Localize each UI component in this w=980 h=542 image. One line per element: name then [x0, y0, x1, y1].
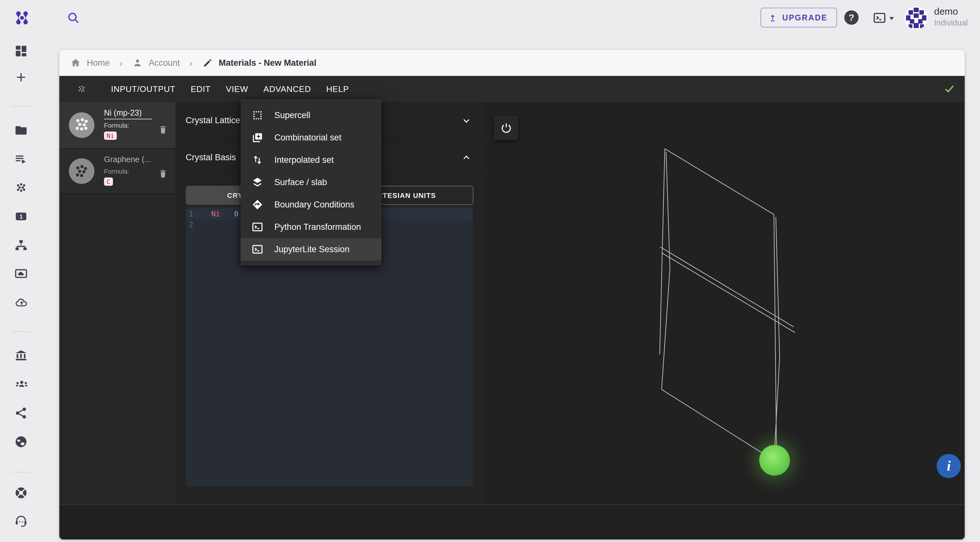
projects-folder-icon[interactable]: [14, 123, 28, 137]
menu-item-label: Interpolated set: [274, 155, 334, 165]
menu-item-combinatorial-set[interactable]: Combinatorial set: [240, 126, 382, 149]
bank-icon[interactable]: [14, 349, 28, 363]
formula-chip: Ni: [104, 132, 117, 140]
content-area: Ni (mp-23) Formula: Ni Graphene (... For…: [59, 102, 965, 504]
swap-vert-icon: [251, 154, 264, 166]
viewer-3d[interactable]: i: [484, 102, 965, 504]
material-name[interactable]: Graphene (...: [104, 155, 152, 165]
delete-material-icon[interactable]: [158, 124, 168, 136]
help-icon[interactable]: ?: [843, 9, 860, 26]
home-icon: [70, 57, 81, 68]
materials-list: Ni (mp-23) Formula: Ni Graphene (... For…: [59, 102, 175, 504]
menu-item-supercell[interactable]: Supercell: [240, 104, 382, 126]
menu-view[interactable]: VIEW: [218, 84, 256, 94]
menu-advanced[interactable]: ADVANCED: [256, 84, 319, 94]
help-ring-icon[interactable]: [14, 486, 28, 500]
menu-help[interactable]: HELP: [319, 84, 356, 94]
materials-icon[interactable]: [14, 181, 28, 195]
breadcrumb-account[interactable]: Account: [149, 58, 180, 67]
terminal-icon: [251, 243, 264, 255]
top-bar: UPGRADE ?: [0, 0, 980, 36]
menu-item-boundary-conditions[interactable]: Boundary Conditions: [240, 193, 382, 216]
chevron-right-icon: ›: [119, 57, 123, 68]
advanced-dropdown-menu: Supercell Combinatorial set Interpolated…: [240, 99, 382, 266]
formula-chip: C: [104, 177, 113, 186]
globe-icon[interactable]: [14, 435, 28, 449]
cloud-upload-icon[interactable]: [14, 296, 28, 309]
info-button[interactable]: i: [937, 454, 961, 478]
app-screen: UPGRADE ?: [0, 0, 980, 542]
create-new-icon[interactable]: [14, 70, 28, 84]
supercell-grid-icon: [251, 109, 264, 121]
menu-item-jupyterlite-session[interactable]: JupyterLite Session: [240, 238, 382, 260]
breadcrumb-home[interactable]: Home: [87, 58, 110, 67]
editor-menubar: INPUT/OUTPUT EDIT VIEW ADVANCED HELP: [59, 76, 965, 102]
menu-edit[interactable]: EDIT: [183, 84, 218, 94]
delete-material-icon[interactable]: [158, 168, 168, 179]
sidebar-divider: [11, 106, 30, 107]
upgrade-label: UPGRADE: [782, 13, 827, 22]
search-icon[interactable]: [64, 9, 82, 27]
dashboard-icon[interactable]: [14, 44, 28, 58]
edit-pencil-icon: [202, 57, 213, 68]
jobs-list-icon[interactable]: [14, 152, 28, 166]
sidebar-divider: [11, 472, 30, 472]
menu-item-label: Combinatorial set: [274, 133, 341, 142]
directions-icon: [251, 199, 264, 210]
menu-item-label: Surface / slab: [274, 177, 327, 187]
account-tree-icon[interactable]: [14, 238, 28, 252]
upload-arrow-icon: [768, 13, 778, 23]
user-info[interactable]: demo Individual: [934, 6, 968, 28]
power-toggle-button[interactable]: [494, 116, 518, 140]
support-agent-icon[interactable]: [14, 515, 28, 529]
section-title: Crystal Basis: [186, 153, 236, 162]
line-number: 1: [186, 209, 202, 220]
section-title: Crystal Lattice: [186, 116, 240, 125]
molecule-icon: [76, 84, 87, 94]
menubar-items: INPUT/OUTPUT EDIT VIEW ADVANCED HELP: [103, 84, 356, 94]
bottom-toolbar: [59, 504, 965, 539]
left-sidebar: 1: [0, 36, 41, 542]
material-item-graphene[interactable]: Graphene (... Formula: C: [59, 149, 175, 194]
info-label: i: [947, 458, 951, 474]
mat3ra-logo-icon[interactable]: [13, 9, 30, 27]
breadcrumb: Home › Account › Materials - New Materia…: [59, 50, 965, 76]
chevron-up-icon[interactable]: [462, 153, 471, 162]
menu-item-label: Supercell: [274, 110, 310, 120]
remote-desktop-icon[interactable]: [14, 267, 28, 281]
menu-item-label: JupyterLite Session: [274, 244, 350, 254]
console-menu-icon[interactable]: [872, 11, 894, 25]
menu-item-surface-slab[interactable]: Surface / slab: [240, 171, 382, 193]
svg-text:1: 1: [19, 213, 23, 220]
breadcrumb-current: Materials - New Material: [219, 58, 317, 67]
chevron-right-icon: ›: [189, 57, 192, 68]
svg-text:?: ?: [849, 13, 854, 23]
menu-input-output[interactable]: INPUT/OUTPUT: [103, 84, 183, 94]
user-name: demo: [934, 6, 968, 17]
caret-down-icon: [889, 15, 894, 21]
workflows-icon[interactable]: 1: [14, 209, 28, 223]
element-token: Ni: [211, 209, 220, 220]
user-avatar[interactable]: [905, 6, 928, 29]
unit-cell-wireframe: [484, 102, 965, 504]
menu-item-interpolated-set[interactable]: Interpolated set: [240, 149, 382, 171]
material-name-input[interactable]: Ni (mp-23): [104, 108, 152, 120]
share-icon[interactable]: [14, 406, 28, 420]
material-thumbnail: [69, 158, 94, 184]
material-item-ni[interactable]: Ni (mp-23) Formula: Ni: [59, 102, 175, 149]
material-thumbnail: [69, 112, 94, 138]
upgrade-button[interactable]: UPGRADE: [760, 8, 837, 27]
terminal-icon: [251, 221, 264, 233]
groups-icon[interactable]: [14, 377, 28, 391]
account-icon: [132, 57, 143, 68]
save-check-icon[interactable]: [943, 83, 956, 94]
sidebar-divider: [11, 332, 30, 332]
menu-item-label: Python Transformation: [274, 222, 361, 232]
chevron-down-icon[interactable]: [462, 116, 471, 125]
line-number: 2: [186, 220, 202, 230]
layers-icon: [251, 176, 264, 188]
menu-item-label: Boundary Conditions: [274, 200, 355, 209]
user-plan: Individual: [934, 19, 968, 28]
menu-item-python-transformation[interactable]: Python Transformation: [240, 216, 382, 238]
ni-atom-sphere[interactable]: [759, 445, 790, 476]
